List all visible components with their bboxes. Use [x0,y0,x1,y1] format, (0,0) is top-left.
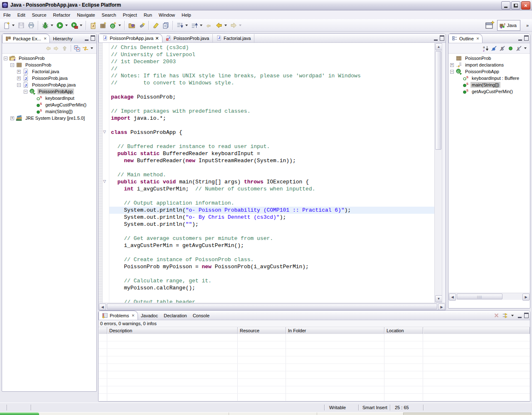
menu-refactor[interactable]: Refactor [50,11,74,19]
maximize-view-icon[interactable] [440,35,444,41]
code-line[interactable]: import java.io.*; [109,115,434,122]
hide-fields-icon[interactable] [490,45,498,52]
code-line[interactable]: // Get average customers per minute from… [109,235,434,242]
menu-file[interactable]: File [0,11,14,19]
tree-item-poissonprob[interactable]: −PoissonProb [2,62,96,68]
menu-project[interactable]: Project [119,11,140,19]
code-line[interactable] [109,270,434,277]
code-line[interactable] [109,249,434,256]
tree-item-keyboardinput[interactable]: SkeyboardInput [2,95,96,101]
tree-item-poissonprob-java[interactable]: +JPoissonProb.java [2,75,96,82]
tree-item-getavgcustpermin[interactable]: SgetAvgCustPerMin() [448,88,530,95]
menu-help[interactable]: Help [178,11,195,19]
hide-local-types-icon[interactable]: L [515,45,522,52]
menu-search[interactable]: Search [99,11,120,19]
code-line[interactable]: myPoisson.calcRange(); [109,284,434,291]
windows-taskbar[interactable] [0,412,532,415]
code-line[interactable]: // Main method. [109,171,434,178]
code-line[interactable]: i_avgCustPerMin = getAvgCustPerMin(); [109,242,434,249]
new-wizard-dropdown[interactable] [12,25,15,26]
expander-icon[interactable]: − [17,83,21,87]
scroll-left-icon[interactable]: ◀ [99,304,106,310]
code-line[interactable]: // Notes: If file has UNIX style line br… [109,72,434,79]
view-menu-icon[interactable] [524,47,527,49]
overview-ruler[interactable] [442,43,446,303]
run-dropdown[interactable] [65,25,68,26]
editor-tab-factorial-java[interactable]: JFactorial.java [213,34,254,42]
code-line[interactable]: // [109,65,434,72]
code-line[interactable]: class PoissonProbApp { [109,129,434,136]
table-row[interactable] [99,394,530,401]
code-line[interactable] [109,193,434,200]
menu-navigate[interactable]: Navigate [74,11,98,19]
minimize-view-icon[interactable] [518,38,522,41]
up-icon[interactable] [61,45,68,52]
menu-edit[interactable]: Edit [14,11,29,19]
code-line[interactable] [109,122,434,129]
run-external-tools-button[interactable] [69,20,79,30]
tab-javadoc[interactable]: Javadoc [138,311,161,320]
code-line[interactable]: System.out.println("o- By Chris Dennett … [109,214,434,221]
code-line[interactable]: // Chris Dennett (cs3cd) [109,44,434,51]
tree-item-poissonprob[interactable]: −PoissonProb [2,55,96,62]
code-line[interactable] [109,101,434,108]
problems-table-body[interactable] [99,334,530,401]
stacked-documents-button[interactable] [161,20,171,30]
tree-item-main-string[interactable]: Smain(String[]) [2,108,96,115]
expander-icon[interactable]: − [450,70,454,74]
code-line[interactable] [109,228,434,235]
tree-item-poissonprobapp[interactable]: −CPoissonProbApp [448,68,530,75]
tree-item-main-string[interactable]: Smain(String[]) [448,82,530,88]
hide-static-icon[interactable]: S [499,45,506,52]
column-header-location[interactable]: Location [384,327,423,334]
back-button[interactable] [214,20,224,30]
code-line[interactable]: PoissonProb myPoisson = new PoissonProb(… [109,263,434,270]
tree-item-poissonprobapp[interactable]: −CPoissonProbApp [2,88,96,95]
table-row[interactable] [99,356,530,364]
code-line[interactable]: // Create instance of PoissonProb class. [109,256,434,263]
expander-icon[interactable]: − [24,90,27,94]
scrollbar-thumb[interactable]: |||| [457,294,502,299]
minimize-view-icon[interactable] [85,38,89,41]
table-row[interactable] [99,341,530,349]
menu-window[interactable]: Window [155,11,178,19]
editor-tab-poissonprobapp-java[interactable]: JPoissonProbApp.java✕ [99,34,163,42]
table-row[interactable] [99,379,530,386]
code-line[interactable]: // University of Liverpool [109,51,434,58]
tree-item-keyboardinput-buffere[interactable]: SkeyboardInput : Buffere [448,75,530,82]
link-with-editor-icon[interactable] [82,45,89,52]
minimize-button[interactable] [501,1,510,10]
perspective-overflow-chevron[interactable]: » [526,23,529,28]
perspective-java-button[interactable]: J Java [497,20,520,31]
tab-package-explorer[interactable]: Package Ex... ✕ [2,34,50,43]
back-icon[interactable] [44,45,52,52]
scroll-down-icon[interactable]: ▼ [435,295,442,302]
table-row[interactable] [99,349,530,356]
column-header-blank[interactable] [99,327,107,334]
collapse-all-icon[interactable] [74,45,81,52]
scroll-right-icon[interactable]: ▶ [522,294,530,301]
next-annotation-dropdown[interactable] [185,25,188,26]
expander-icon[interactable]: + [17,77,21,80]
restore-button[interactable] [511,1,520,10]
code-line[interactable]: public static BufferedReader keyboardInp… [109,150,434,157]
code-line[interactable]: // Calculate range, get it. [109,277,434,284]
code-line[interactable]: // Output application information. [109,200,434,207]
previous-annotation-button[interactable] [190,20,200,30]
code-line[interactable]: // 1st December 2003 [109,58,434,65]
editor-horizontal-scrollbar[interactable]: ◀ ▶ [99,303,446,310]
last-edit-location-button[interactable] [204,20,214,30]
fold-collapse-icon[interactable]: ▽ [103,130,106,134]
outline-horizontal-scrollbar[interactable]: ◀ |||| ▶ [448,293,530,300]
code-line[interactable]: // Output table header [109,299,434,303]
new-class-dropdown[interactable] [118,25,121,26]
run-external-tools-dropdown[interactable] [80,25,82,26]
previous-annotation-dropdown[interactable] [200,25,202,26]
search-button[interactable] [137,20,147,30]
new-class-button[interactable]: C [108,20,118,30]
code-line[interactable]: package PoissonProb; [109,94,434,101]
tree-item-jre-system-library-jre1-5-0[interactable]: +JRE System Library [jre1.5.0] [2,115,96,121]
code-line[interactable]: // to convert to Windows style. [109,79,434,86]
tab-hierarchy[interactable]: Hierarchy [50,34,75,43]
code-line[interactable] [109,136,434,143]
